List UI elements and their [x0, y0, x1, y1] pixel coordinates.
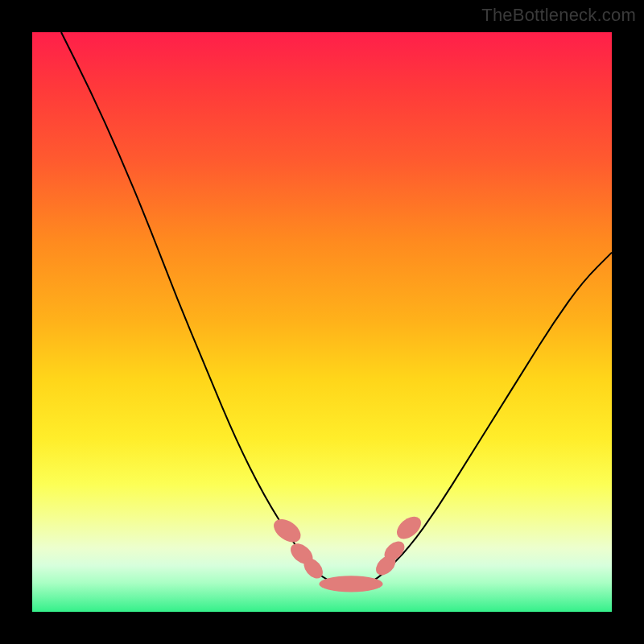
bottleneck-curve — [61, 32, 612, 583]
chart-svg — [32, 32, 612, 612]
marker-pods — [270, 512, 425, 592]
bottom-pod — [319, 576, 382, 592]
watermark-text: TheBottleneck.com — [481, 5, 636, 26]
outer-frame: TheBottleneck.com — [0, 0, 644, 644]
right-pod-upper — [393, 512, 425, 543]
left-pod-upper — [270, 514, 305, 547]
